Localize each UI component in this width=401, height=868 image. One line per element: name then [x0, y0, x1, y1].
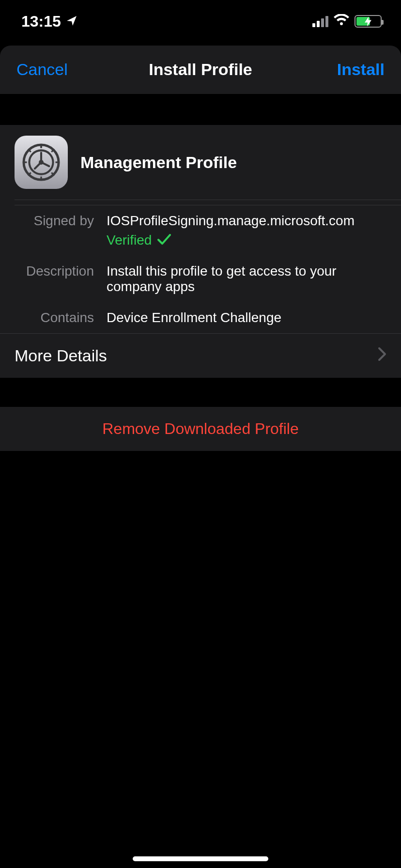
svg-line-14: [35, 162, 41, 169]
more-details-label: More Details: [15, 346, 107, 365]
location-icon: [66, 13, 77, 31]
status-right: [312, 13, 382, 31]
profile-header: Management Profile: [0, 125, 401, 200]
signed-by-text: IOSProfileSigning.manage.microsoft.com: [107, 213, 386, 229]
profile-name: Management Profile: [80, 153, 237, 172]
cellular-signal-icon: [312, 16, 328, 27]
settings-gear-icon: [15, 136, 68, 189]
empty-area: [0, 451, 401, 868]
verified-badge: Verified: [107, 232, 386, 248]
status-left: 13:15: [21, 13, 77, 31]
description-value: Install this profile to get access to yo…: [107, 264, 386, 294]
install-button[interactable]: Install: [337, 60, 385, 79]
section-gap: [0, 378, 401, 407]
more-details-row[interactable]: More Details: [0, 333, 401, 378]
contains-row: Contains Device Enrollment Challenge: [0, 302, 401, 333]
home-indicator[interactable]: [133, 856, 268, 861]
battery-icon: [355, 15, 382, 28]
chevron-right-icon: [378, 346, 386, 365]
description-row: Description Install this profile to get …: [0, 256, 401, 302]
verified-text: Verified: [107, 232, 152, 248]
cancel-button[interactable]: Cancel: [16, 60, 68, 79]
profile-section: Management Profile Signed by IOSProfileS…: [0, 125, 401, 378]
signed-by-label: Signed by: [15, 213, 107, 229]
section-gap: [0, 94, 401, 125]
status-bar: 13:15: [0, 0, 401, 43]
signed-by-value: IOSProfileSigning.manage.microsoft.com V…: [107, 213, 386, 248]
contains-value: Device Enrollment Challenge: [107, 310, 386, 326]
description-label: Description: [15, 264, 107, 279]
status-time: 13:15: [21, 13, 61, 31]
install-profile-sheet: Cancel Install Profile Install: [0, 46, 401, 868]
contains-label: Contains: [15, 310, 107, 326]
wifi-icon: [333, 13, 350, 31]
nav-bar: Cancel Install Profile Install: [0, 46, 401, 94]
signed-by-row: Signed by IOSProfileSigning.manage.micro…: [15, 205, 401, 256]
checkmark-icon: [157, 232, 171, 248]
remove-profile-button[interactable]: Remove Downloaded Profile: [0, 407, 401, 451]
profile-details: Signed by IOSProfileSigning.manage.micro…: [0, 200, 401, 333]
